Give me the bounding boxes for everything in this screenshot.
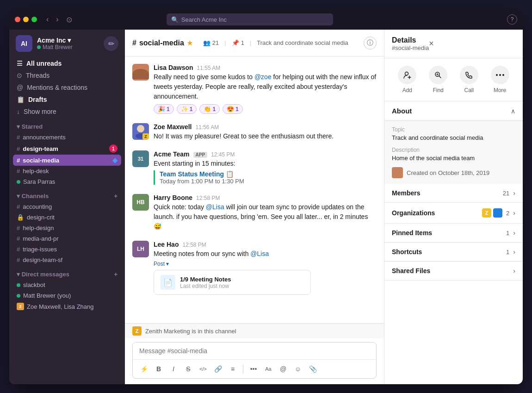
reaction-clap[interactable]: 👏 1	[199, 104, 220, 114]
main-layout: AI Acme Inc ▾ Matt Brewer ✏ ☰	[9, 30, 523, 384]
pins-meta[interactable]: 📌 1	[232, 39, 244, 46]
workspace-avatar[interactable]: AI	[16, 35, 32, 52]
threads-icon: ⊙	[17, 72, 22, 79]
strike-button[interactable]: S	[182, 362, 195, 375]
help-button[interactable]: ?	[507, 14, 517, 25]
nav-show-more[interactable]: ↓ Show more	[13, 106, 121, 118]
dm-zoe-lisa[interactable]: 2 Zoe Maxwell, Lisa Zhang	[13, 301, 121, 312]
reaction-party[interactable]: 🎉 1	[154, 104, 174, 114]
channel-help-design[interactable]: # help-design	[13, 223, 121, 233]
about-header[interactable]: About ∧	[384, 101, 523, 121]
shared-files-row[interactable]: Shared Files ›	[384, 262, 523, 281]
dm-matt[interactable]: Matt Brewer (you)	[13, 290, 121, 301]
nav-drafts[interactable]: 📋 Drafts	[13, 94, 121, 106]
channel-design-crit[interactable]: 🔒 design-crit	[13, 212, 121, 223]
time-lisa: 11:55 AM	[197, 65, 221, 71]
more-dots-icon	[496, 74, 504, 76]
dm-section-header[interactable]: ▾ Direct messages +	[13, 265, 121, 280]
dm-matt-label: Matt Brewer (you)	[23, 292, 71, 299]
italic-button[interactable]: I	[167, 362, 180, 375]
text-size-button[interactable]: Aa	[262, 362, 275, 375]
text-lee: Meeting notes from our sync with @Lisa	[154, 249, 377, 259]
channel-accounting[interactable]: # accounting	[13, 201, 121, 212]
time-harry: 12:58 PM	[196, 195, 220, 201]
message-input[interactable]	[133, 343, 376, 359]
channel-announcements[interactable]: # announcements	[13, 132, 121, 143]
channels-section-header[interactable]: ▾ Channels +	[13, 187, 121, 201]
compose-button[interactable]: ✏	[104, 36, 118, 51]
back-button[interactable]: ‹	[44, 14, 50, 25]
details-header-info: Details #social-media	[392, 36, 429, 51]
nav-all-unreads[interactable]: ☰ All unreads	[13, 57, 121, 69]
more-formatting-button[interactable]: •••	[247, 362, 260, 375]
channel-media-and-pr[interactable]: # media-and-pr	[13, 233, 121, 244]
post-card-sub: Last edited just now	[180, 283, 231, 289]
message-content-zoe: Zoe Maxwell 11:56 AM No! It was my pleas…	[154, 123, 377, 141]
details-close-button[interactable]: ×	[429, 39, 434, 49]
members-meta[interactable]: 👥 21	[203, 39, 219, 46]
emoji-button[interactable]: ☺	[291, 362, 304, 375]
channel-social-media-label: social-media	[23, 157, 59, 164]
action-find[interactable]: Find	[429, 66, 447, 94]
starred-section-header[interactable]: ▾ Starred	[13, 118, 121, 132]
nav-threads[interactable]: ⊙ Threads	[13, 69, 121, 81]
members-row[interactable]: Members 21 ›	[384, 184, 523, 203]
sidebar-nav: ☰ All unreads ⊙ Threads @ Mentions & rea…	[9, 57, 125, 312]
dm-slackbot[interactable]: slackbot	[13, 280, 121, 290]
search-bar[interactable]: 🔍 Search Acme Inc	[167, 13, 333, 25]
list-button[interactable]: ≡	[226, 362, 239, 375]
star-icon[interactable]: ★	[187, 39, 193, 47]
sara-status-dot	[17, 180, 20, 184]
post-card[interactable]: 📄 1/9 Meeting Notes Last edited just now	[154, 270, 311, 295]
add-dm-button[interactable]: +	[114, 271, 118, 278]
reactions-lisa: 🎉 1 ✨ 1 👏 1 😍 1	[154, 104, 377, 114]
link-button[interactable]: 🔗	[211, 362, 224, 375]
pinned-items-row[interactable]: Pinned Items 1 ›	[384, 224, 523, 243]
channel-media-pr-label: media-and-pr	[23, 235, 58, 242]
matt-status-dot	[17, 294, 20, 298]
close-button[interactable]	[15, 17, 20, 22]
mention-button[interactable]: @	[277, 362, 290, 375]
channel-design-team[interactable]: # design-team 1	[13, 143, 121, 155]
message-content-lee: Lee Hao 12:58 PM Meeting notes from our …	[154, 241, 377, 295]
app-window: ‹ › ⊙ 🔍 Search Acme Inc ? AI Acme Inc ▾	[9, 9, 523, 384]
action-call[interactable]: Call	[460, 66, 478, 94]
reaction-heart-eyes[interactable]: 😍 1	[223, 104, 243, 114]
post-card-info: 1/9 Meeting Notes Last edited just now	[180, 276, 231, 289]
starred-label: Starred	[22, 123, 43, 130]
action-more[interactable]: More	[491, 66, 509, 94]
topic-field: Topic Track and coordinate social media	[392, 126, 515, 141]
code-button[interactable]: </>	[197, 362, 210, 375]
channel-help-desk-label: help-desk	[23, 168, 49, 175]
call-icon	[465, 71, 473, 79]
author-lee: Lee Hao	[154, 241, 179, 248]
bold-button[interactable]: B	[152, 362, 165, 375]
forward-button[interactable]: ›	[54, 14, 60, 25]
channel-design-crit-label: design-crit	[27, 214, 55, 221]
channel-info-button[interactable]: ⓘ	[364, 37, 377, 50]
channel-help-desk[interactable]: # help-desk	[13, 166, 121, 176]
messages-area[interactable]: Lisa Dawson 11:55 AM Really need to give…	[125, 56, 384, 323]
channel-design-team-sf[interactable]: # design-team-sf	[13, 255, 121, 265]
attach-button[interactable]: 📎	[306, 362, 319, 375]
action-add[interactable]: Add	[398, 66, 416, 94]
reaction-sparkle[interactable]: ✨ 1	[177, 104, 197, 114]
author-zoe: Zoe Maxwell	[154, 123, 192, 131]
organizations-row[interactable]: Organizations Z 2 ›	[384, 203, 523, 224]
nav-mentions[interactable]: @ Mentions & reactions	[13, 81, 121, 94]
history-button[interactable]: ⊙	[64, 14, 74, 25]
minimize-button[interactable]	[23, 17, 29, 22]
fullscreen-button[interactable]	[31, 17, 37, 22]
post-dropdown[interactable]: Post ▾	[154, 261, 169, 267]
lightning-button[interactable]: ⚡	[137, 362, 150, 375]
channel-triage-issues[interactable]: # triage-issues	[13, 244, 121, 255]
dm-sara[interactable]: Sara Parras	[13, 176, 121, 187]
add-channel-button[interactable]: +	[114, 193, 118, 200]
chat-header: # social-media ★ 👥 21 | 📌 1 | Track an	[125, 30, 384, 56]
channel-social-media[interactable]: # social-media ◈	[13, 155, 121, 166]
avatar-harry: HB	[132, 194, 149, 211]
details-panel: Details #social-media × Add	[384, 30, 523, 384]
shortcuts-row[interactable]: Shortcuts 1 ›	[384, 243, 523, 262]
members-count: 21	[503, 190, 509, 197]
user-status-dot	[37, 45, 41, 49]
